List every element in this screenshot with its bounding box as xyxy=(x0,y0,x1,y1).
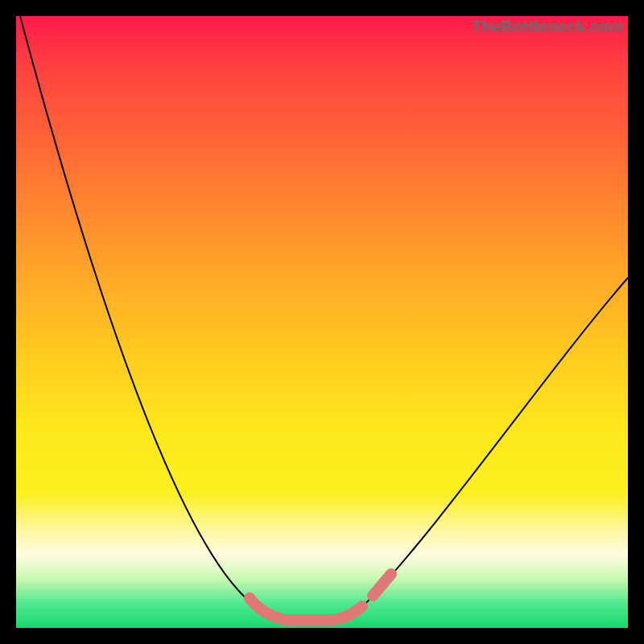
watermark-text: TheBottleneck.com xyxy=(472,18,623,36)
marker-overlay xyxy=(250,574,391,620)
chart-svg xyxy=(16,16,628,628)
bottleneck-curve xyxy=(20,16,628,620)
chart-frame: TheBottleneck.com xyxy=(0,0,644,644)
